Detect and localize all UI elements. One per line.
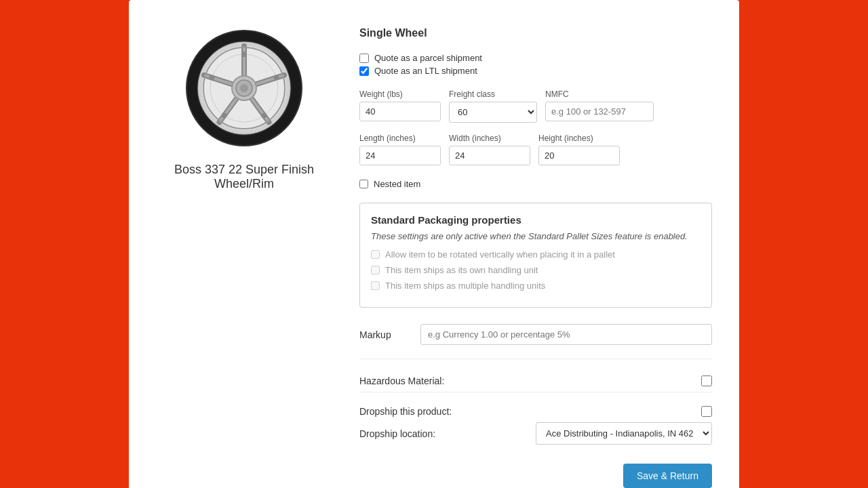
- dropship-location-label: Dropship location:: [359, 428, 435, 439]
- section-title: Single Wheel: [359, 27, 712, 39]
- nmfc-input[interactable]: [545, 102, 654, 121]
- length-label: Length (inches): [359, 134, 441, 143]
- packaging-option-2: This item ships as its own handling unit: [371, 265, 701, 275]
- packaging-multiple-handling-checkbox[interactable]: [371, 281, 380, 290]
- hazmat-label: Hazardous Material:: [359, 375, 444, 386]
- hazmat-checkbox[interactable]: [701, 375, 712, 386]
- freight-class-select[interactable]: 50 55 60 65 70 77.5 85 92.5 100 110 125 …: [449, 102, 537, 123]
- packaging-box: Standard Packaging properties These sett…: [359, 203, 712, 308]
- height-field-group: Height (inches): [538, 134, 620, 165]
- dropship-location-select[interactable]: Ace Distributing - Indianapolis, IN 4625…: [536, 422, 712, 445]
- height-input[interactable]: [538, 146, 620, 165]
- main-card: Boss 337 22 Super Finish Wheel/Rim Singl…: [129, 0, 739, 488]
- parcel-shipment-row: Quote as a parcel shipment: [359, 53, 712, 63]
- weight-freight-row: Weight (lbs) Freight class 50 55 60 65 7…: [359, 89, 712, 123]
- save-return-button[interactable]: Save & Return: [623, 464, 712, 488]
- parcel-shipment-label: Quote as a parcel shipment: [374, 53, 482, 63]
- width-label: Width (inches): [449, 134, 530, 143]
- nested-item-row: Nested item: [359, 179, 712, 189]
- freight-class-field-group: Freight class 50 55 60 65 70 77.5 85 92.…: [449, 89, 537, 123]
- left-panel: Boss 337 22 Super Finish Wheel/Rim: [156, 27, 332, 488]
- packaging-multiple-handling-label: This item ships as multiple handling uni…: [385, 281, 545, 291]
- ltl-shipment-checkbox[interactable]: [359, 66, 369, 76]
- packaging-subtitle: These settings are only active when the …: [371, 231, 701, 241]
- dropship-location-row: Dropship location: Ace Distributing - In…: [359, 422, 712, 445]
- packaging-title: Standard Packaging properties: [371, 214, 701, 226]
- dropship-section: Dropship this product: Dropship location…: [359, 406, 712, 445]
- svg-point-19: [241, 52, 247, 57]
- svg-point-16: [240, 84, 248, 92]
- length-input[interactable]: [359, 146, 441, 165]
- nested-item-label: Nested item: [374, 179, 420, 189]
- weight-input[interactable]: [359, 102, 441, 121]
- product-image: [176, 27, 312, 149]
- packaging-own-handling-checkbox[interactable]: [371, 266, 380, 274]
- divider-1: [359, 359, 712, 359]
- right-panel: Single Wheel Quote as a parcel shipment …: [359, 27, 712, 488]
- dropship-product-checkbox[interactable]: [701, 406, 712, 417]
- hazmat-row: Hazardous Material:: [359, 375, 712, 392]
- markup-row: Markup: [359, 324, 712, 345]
- width-field-group: Width (inches): [449, 134, 530, 165]
- markup-input[interactable]: [420, 324, 712, 345]
- nmfc-field-group: NMFC: [545, 89, 654, 121]
- height-label: Height (inches): [538, 134, 620, 143]
- weight-field-group: Weight (lbs): [359, 89, 441, 121]
- parcel-shipment-checkbox[interactable]: [359, 54, 369, 63]
- product-name: Boss 337 22 Super Finish Wheel/Rim: [156, 163, 332, 191]
- ltl-shipment-row: Quote as an LTL shipment: [359, 66, 712, 76]
- markup-label: Markup: [359, 329, 407, 340]
- packaging-option-3: This item ships as multiple handling uni…: [371, 281, 701, 291]
- packaging-rotate-checkbox[interactable]: [371, 250, 380, 259]
- weight-label: Weight (lbs): [359, 89, 441, 99]
- nested-item-checkbox[interactable]: [359, 180, 368, 188]
- dropship-product-label: Dropship this product:: [359, 406, 452, 417]
- dimensions-row: Length (inches) Width (inches) Height (i…: [359, 134, 712, 165]
- packaging-own-handling-label: This item ships as its own handling unit: [385, 265, 538, 275]
- nmfc-label: NMFC: [545, 89, 654, 99]
- width-input[interactable]: [449, 146, 530, 165]
- packaging-option-1: Allow item to be rotated vertically when…: [371, 249, 701, 260]
- wheel-icon: [183, 27, 305, 149]
- dropship-product-row: Dropship this product:: [359, 406, 712, 417]
- save-row: Save & Return: [359, 464, 712, 488]
- freight-class-label: Freight class: [449, 89, 537, 99]
- packaging-rotate-label: Allow item to be rotated vertically when…: [385, 249, 615, 260]
- length-field-group: Length (inches): [359, 134, 441, 165]
- ltl-shipment-label: Quote as an LTL shipment: [374, 66, 477, 76]
